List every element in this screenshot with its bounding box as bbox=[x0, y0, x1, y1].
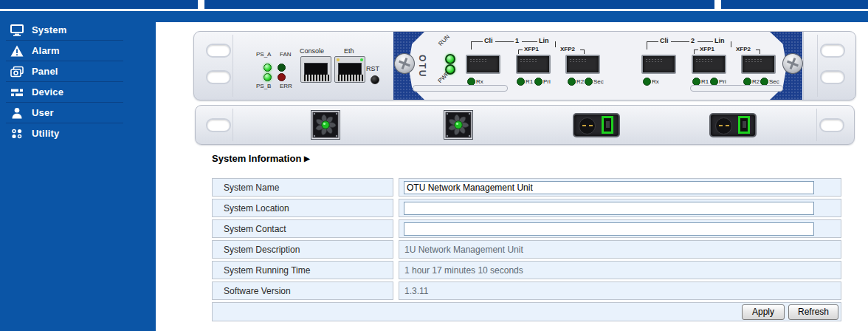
xfp2-label: XFP2 bbox=[736, 46, 751, 52]
alarm-warning-icon bbox=[10, 45, 24, 57]
bracket-line bbox=[647, 41, 647, 50]
ac-socket bbox=[579, 117, 596, 134]
system-location-input[interactable] bbox=[404, 202, 814, 215]
bracket-line bbox=[731, 41, 731, 47]
sidebar-item-user[interactable]: User bbox=[0, 103, 156, 123]
power-switch bbox=[602, 116, 613, 134]
ps-b-led bbox=[264, 73, 272, 81]
xfp2-label: XFP2 bbox=[560, 46, 575, 52]
column-gap bbox=[393, 199, 399, 217]
refresh-button[interactable]: Refresh bbox=[788, 304, 838, 320]
system-contact-input[interactable] bbox=[404, 222, 814, 236]
user-icon bbox=[10, 107, 24, 119]
xfp2-port bbox=[741, 55, 776, 74]
sidebar-item-label: Panel bbox=[32, 66, 58, 77]
xfp1-port bbox=[692, 55, 726, 74]
page-title: System Information ▶ bbox=[212, 153, 310, 164]
row-value-cell: 1.3.11 bbox=[399, 281, 841, 300]
sidebar-item-system[interactable]: System bbox=[0, 20, 156, 40]
row-label: System Location bbox=[212, 199, 393, 217]
led-dot bbox=[517, 78, 525, 86]
chassis-row-bottom bbox=[195, 105, 855, 145]
sidebar-item-label: User bbox=[32, 107, 54, 118]
console-label: Console bbox=[300, 47, 324, 55]
table-row: System Description 1U Network Management… bbox=[212, 240, 841, 259]
table-footer: Apply Refresh bbox=[212, 302, 841, 321]
fan-2 bbox=[444, 110, 473, 140]
software-version-value: 1.3.11 bbox=[399, 286, 428, 296]
column-gap bbox=[393, 178, 399, 197]
xfp1-label: XFP1 bbox=[524, 46, 539, 52]
system-running-time-value: 1 hour 17 minutes 10 seconds bbox=[399, 265, 523, 276]
power-switch bbox=[738, 116, 750, 134]
row-value-cell bbox=[399, 219, 841, 238]
bracket-edge bbox=[816, 109, 817, 141]
ac-socket bbox=[715, 117, 732, 134]
bracket-line bbox=[671, 41, 689, 42]
rj45-pins bbox=[303, 75, 329, 81]
pri-led-label: Pri bbox=[719, 78, 726, 85]
device-front-panel: PS_A FAN PS_B ERR Console Eth RST bbox=[193, 30, 856, 146]
sidebar-item-device[interactable]: Device bbox=[0, 82, 156, 102]
group-number: 2 bbox=[691, 37, 695, 44]
bracket-corner bbox=[756, 50, 760, 54]
system-name-input[interactable] bbox=[404, 181, 814, 194]
rx-led-label: Rx bbox=[652, 78, 659, 85]
ps-a-label: PS_A bbox=[256, 51, 271, 58]
panel-icon bbox=[10, 66, 24, 78]
system-description-value: 1U Network Management Unit bbox=[399, 245, 523, 255]
content-area: PS_A FAN PS_B ERR Console Eth RST bbox=[156, 22, 868, 331]
title-arrow-icon: ▶ bbox=[304, 154, 310, 163]
fan-label: FAN bbox=[280, 51, 292, 58]
led-dot bbox=[568, 78, 576, 86]
pri-led-label: Pri bbox=[543, 78, 551, 85]
led-dot bbox=[643, 78, 651, 86]
sidebar-item-label: Device bbox=[32, 86, 63, 98]
apply-button[interactable]: Apply bbox=[742, 304, 785, 320]
xfp1-port bbox=[516, 55, 551, 74]
table-row: System Running Time 1 hour 17 minutes 10… bbox=[212, 261, 841, 279]
column-gap bbox=[393, 219, 399, 238]
sidebar-item-alarm[interactable]: Alarm bbox=[0, 41, 156, 61]
r1-led-label: R1 bbox=[701, 78, 709, 85]
mount-hole bbox=[820, 44, 845, 58]
pri-led: Pri bbox=[534, 78, 551, 86]
row-label: System Running Time bbox=[212, 261, 393, 279]
sec-led-label: Sec bbox=[769, 78, 779, 85]
cli-label: Cli bbox=[484, 37, 493, 44]
bracket-corner bbox=[518, 50, 523, 54]
xfp2-port bbox=[565, 55, 600, 74]
system-info-table: System Name System Location System Conta… bbox=[212, 178, 841, 321]
ps-a-led bbox=[264, 64, 272, 72]
table-row: System Name bbox=[212, 178, 841, 197]
monitor-icon bbox=[10, 24, 24, 36]
utility-dots-icon bbox=[10, 128, 24, 140]
led-dot bbox=[534, 78, 542, 86]
table-row: Software Version 1.3.11 bbox=[212, 281, 841, 300]
sidebar-item-utility[interactable]: Utility bbox=[0, 123, 156, 143]
r2-led-label: R2 bbox=[576, 78, 584, 85]
power-inlet-1 bbox=[573, 113, 620, 137]
column-gap bbox=[393, 281, 399, 300]
r2-led: R2 bbox=[568, 78, 584, 86]
otu-card-name: OTU bbox=[416, 48, 428, 85]
bracket-line bbox=[555, 41, 556, 47]
fan-1 bbox=[311, 110, 340, 140]
bracket-line bbox=[522, 41, 537, 42]
sidebar-item-label: Alarm bbox=[32, 45, 60, 56]
bracket-edge bbox=[817, 35, 818, 97]
bracket-line bbox=[471, 41, 483, 42]
eth-link-led bbox=[360, 58, 363, 61]
sidebar-item-label: Utility bbox=[32, 128, 60, 139]
rst-label: RST bbox=[366, 65, 379, 72]
rx-led-label: Rx bbox=[476, 78, 483, 85]
column-gap bbox=[393, 261, 399, 279]
reset-button bbox=[371, 75, 379, 84]
rj45-pins bbox=[337, 75, 363, 81]
mount-hole bbox=[206, 70, 231, 84]
card-handle bbox=[690, 85, 783, 92]
xfp1-label: XFP1 bbox=[700, 46, 714, 52]
table-row: System Contact bbox=[212, 219, 841, 238]
sidebar-item-panel[interactable]: Panel bbox=[0, 61, 156, 81]
err-label: ERR bbox=[280, 83, 292, 89]
